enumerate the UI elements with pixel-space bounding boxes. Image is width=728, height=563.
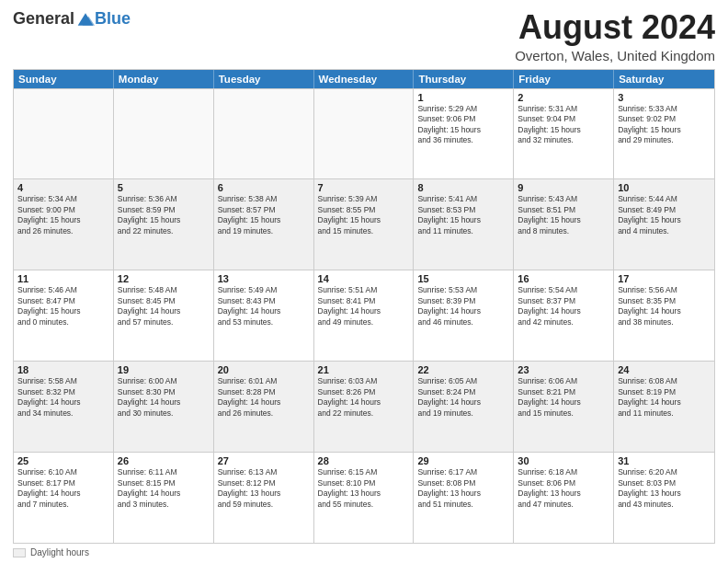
day-number: 16 [518,273,609,284]
day-info: Sunrise: 5:38 AM Sunset: 8:57 PM Dayligh… [218,194,310,236]
table-row: 6Sunrise: 5:38 AM Sunset: 8:57 PM Daylig… [214,179,314,270]
day-info: Sunrise: 5:48 AM Sunset: 8:45 PM Dayligh… [118,285,210,327]
table-row: 17Sunrise: 5:56 AM Sunset: 8:35 PM Dayli… [614,270,714,361]
table-row: 19Sunrise: 6:00 AM Sunset: 8:30 PM Dayli… [114,362,214,452]
logo: General Blue [13,9,131,29]
header-right: August 2024 Overton, Wales, United Kingd… [515,9,715,63]
day-info: Sunrise: 5:29 AM Sunset: 9:06 PM Dayligh… [417,104,509,146]
dow-wednesday: Wednesday [314,70,415,88]
day-number: 31 [618,455,711,466]
legend: Daylight hours [13,547,715,557]
dow-monday: Monday [114,70,214,88]
day-info: Sunrise: 5:43 AM Sunset: 8:51 PM Dayligh… [518,194,609,236]
day-number: 29 [417,455,509,466]
table-row: 7Sunrise: 5:39 AM Sunset: 8:55 PM Daylig… [314,179,415,270]
day-number: 13 [218,273,310,284]
day-info: Sunrise: 5:46 AM Sunset: 8:47 PM Dayligh… [17,285,109,327]
table-row: 30Sunrise: 6:18 AM Sunset: 8:06 PM Dayli… [514,453,614,543]
table-row: 8Sunrise: 5:41 AM Sunset: 8:53 PM Daylig… [414,179,514,270]
table-row: 12Sunrise: 5:48 AM Sunset: 8:45 PM Dayli… [114,270,214,361]
table-row: 22Sunrise: 6:05 AM Sunset: 8:24 PM Dayli… [414,362,514,452]
day-info: Sunrise: 6:13 AM Sunset: 8:12 PM Dayligh… [218,467,310,510]
calendar: Sunday Monday Tuesday Wednesday Thursday… [13,69,715,544]
table-row: 25Sunrise: 6:10 AM Sunset: 8:17 PM Dayli… [14,453,114,543]
day-info: Sunrise: 6:17 AM Sunset: 8:08 PM Dayligh… [417,467,509,510]
calendar-row: 25Sunrise: 6:10 AM Sunset: 8:17 PM Dayli… [14,452,714,543]
calendar-row: 1Sunrise: 5:29 AM Sunset: 9:06 PM Daylig… [14,88,714,179]
table-row: 13Sunrise: 5:49 AM Sunset: 8:43 PM Dayli… [214,270,314,361]
table-row: 1Sunrise: 5:29 AM Sunset: 9:06 PM Daylig… [414,89,514,179]
day-info: Sunrise: 6:18 AM Sunset: 8:06 PM Dayligh… [518,467,609,510]
day-number: 3 [618,92,711,103]
table-row [14,89,114,179]
day-info: Sunrise: 6:01 AM Sunset: 8:28 PM Dayligh… [218,376,310,419]
legend-label: Daylight hours [30,547,89,557]
day-info: Sunrise: 5:39 AM Sunset: 8:55 PM Dayligh… [318,194,410,236]
table-row [314,89,415,179]
day-number: 4 [17,182,109,193]
day-info: Sunrise: 5:58 AM Sunset: 8:32 PM Dayligh… [17,376,109,419]
day-info: Sunrise: 6:06 AM Sunset: 8:21 PM Dayligh… [518,376,609,419]
calendar-row: 18Sunrise: 5:58 AM Sunset: 8:32 PM Dayli… [14,361,714,452]
day-info: Sunrise: 6:03 AM Sunset: 8:26 PM Dayligh… [318,376,410,419]
table-row: 29Sunrise: 6:17 AM Sunset: 8:08 PM Dayli… [414,453,514,543]
day-info: Sunrise: 6:11 AM Sunset: 8:15 PM Dayligh… [118,467,210,510]
day-info: Sunrise: 5:41 AM Sunset: 8:53 PM Dayligh… [417,194,509,236]
day-info: Sunrise: 6:05 AM Sunset: 8:24 PM Dayligh… [417,376,509,419]
day-info: Sunrise: 6:10 AM Sunset: 8:17 PM Dayligh… [17,467,109,510]
day-info: Sunrise: 6:15 AM Sunset: 8:10 PM Dayligh… [318,467,410,510]
day-info: Sunrise: 6:20 AM Sunset: 8:03 PM Dayligh… [618,467,711,510]
day-number: 27 [218,455,310,466]
table-row: 18Sunrise: 5:58 AM Sunset: 8:32 PM Dayli… [14,362,114,452]
logo-general: General [13,9,74,29]
logo-blue: Blue [95,9,131,29]
logo-text: General Blue [13,9,131,29]
dow-thursday: Thursday [414,70,514,88]
header: General Blue August 2024 Overton, Wales,… [13,9,715,63]
day-number: 9 [518,182,609,193]
day-number: 20 [218,364,310,375]
day-number: 21 [318,364,410,375]
table-row: 27Sunrise: 6:13 AM Sunset: 8:12 PM Dayli… [214,453,314,543]
page-title: August 2024 [515,9,715,46]
day-number: 30 [518,455,609,466]
day-info: Sunrise: 6:08 AM Sunset: 8:19 PM Dayligh… [618,376,711,419]
table-row: 10Sunrise: 5:44 AM Sunset: 8:49 PM Dayli… [614,179,714,270]
table-row: 23Sunrise: 6:06 AM Sunset: 8:21 PM Dayli… [514,362,614,452]
calendar-row: 4Sunrise: 5:34 AM Sunset: 9:00 PM Daylig… [14,178,714,270]
table-row [214,89,314,179]
day-number: 23 [518,364,609,375]
day-number: 17 [618,273,711,284]
day-number: 25 [17,455,109,466]
table-row: 5Sunrise: 5:36 AM Sunset: 8:59 PM Daylig… [114,179,214,270]
dow-tuesday: Tuesday [214,70,314,88]
table-row: 15Sunrise: 5:53 AM Sunset: 8:39 PM Dayli… [414,270,514,361]
table-row: 4Sunrise: 5:34 AM Sunset: 9:00 PM Daylig… [14,179,114,270]
day-number: 5 [118,182,210,193]
day-number: 18 [17,364,109,375]
day-number: 6 [218,182,310,193]
table-row [114,89,214,179]
dow-sunday: Sunday [14,70,114,88]
day-number: 19 [118,364,210,375]
calendar-row: 11Sunrise: 5:46 AM Sunset: 8:47 PM Dayli… [14,270,714,361]
table-row: 31Sunrise: 6:20 AM Sunset: 8:03 PM Dayli… [614,453,714,543]
day-number: 12 [118,273,210,284]
day-number: 10 [618,182,711,193]
day-info: Sunrise: 5:49 AM Sunset: 8:43 PM Dayligh… [218,285,310,327]
day-number: 7 [318,182,410,193]
table-row: 14Sunrise: 5:51 AM Sunset: 8:41 PM Dayli… [314,270,415,361]
table-row: 28Sunrise: 6:15 AM Sunset: 8:10 PM Dayli… [314,453,415,543]
day-info: Sunrise: 5:31 AM Sunset: 9:04 PM Dayligh… [518,104,609,146]
day-number: 11 [17,273,109,284]
table-row: 11Sunrise: 5:46 AM Sunset: 8:47 PM Dayli… [14,270,114,361]
legend-box [13,548,26,557]
day-info: Sunrise: 6:00 AM Sunset: 8:30 PM Dayligh… [118,376,210,419]
day-info: Sunrise: 5:51 AM Sunset: 8:41 PM Dayligh… [318,285,410,327]
day-info: Sunrise: 5:56 AM Sunset: 8:35 PM Dayligh… [618,285,711,327]
day-info: Sunrise: 5:33 AM Sunset: 9:02 PM Dayligh… [618,104,711,146]
day-info: Sunrise: 5:34 AM Sunset: 9:00 PM Dayligh… [17,194,109,236]
table-row: 26Sunrise: 6:11 AM Sunset: 8:15 PM Dayli… [114,453,214,543]
day-number: 14 [318,273,410,284]
table-row: 21Sunrise: 6:03 AM Sunset: 8:26 PM Dayli… [314,362,415,452]
